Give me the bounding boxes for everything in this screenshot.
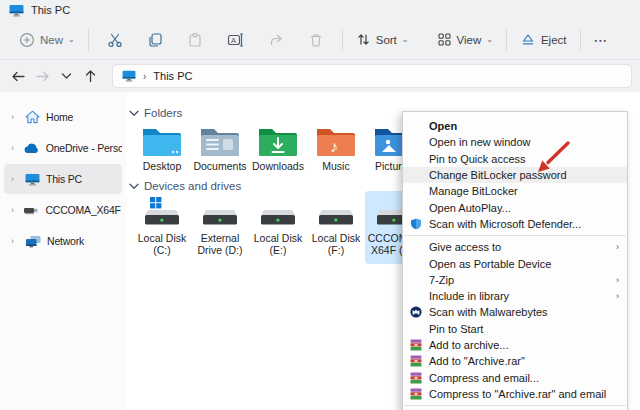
menu-separator — [404, 235, 626, 236]
menu-item-compress-to-archive-rar-and-email[interactable]: Compress to "Archive.rar" and email — [403, 386, 627, 402]
drive-tile-f[interactable]: Local Disk (F:) — [307, 191, 365, 264]
menu-item-label: Change BitLocker password — [429, 169, 619, 181]
chevron-down-icon — [61, 72, 72, 80]
menu-item-open-autoplay[interactable]: Open AutoPlay... — [403, 199, 627, 215]
drive-tile-d[interactable]: External Drive (D:) — [191, 191, 249, 264]
menu-item-label: Compress and email... — [429, 372, 619, 384]
view-grid-icon — [437, 32, 452, 47]
recent-locations-button[interactable] — [54, 64, 78, 88]
music-folder-icon: ♪ — [314, 125, 358, 158]
menu-item-include-in-library[interactable]: Include in library › — [403, 288, 627, 304]
arrow-right-icon — [35, 70, 50, 83]
sidebar-item-label: OneDrive - Personal — [46, 142, 122, 154]
tile-label: (E:) — [270, 245, 287, 257]
rename-icon: A — [227, 32, 244, 48]
new-button[interactable]: New ⌄ — [12, 26, 82, 54]
sidebar-item-usb-drive[interactable]: › CCCOMA_X64F (G:) — [4, 195, 122, 225]
sidebar-item-this-pc[interactable]: › This PC — [4, 164, 122, 194]
menu-item-add-to-archive[interactable]: Add to archive... — [403, 337, 627, 353]
folder-tile-desktop[interactable]: Desktop — [133, 125, 191, 173]
tile-label: Local Disk — [312, 233, 360, 245]
chevron-right-icon[interactable]: › — [11, 143, 18, 153]
folders-section-header[interactable]: Folders — [129, 107, 182, 119]
tile-label: Desktop — [143, 161, 182, 173]
sort-icon — [356, 32, 371, 47]
eject-icon — [520, 32, 536, 47]
address-bar: › This PC — [0, 60, 640, 92]
menu-item-pin-to-quick-access[interactable]: Pin to Quick access — [403, 151, 627, 167]
chevron-right-icon[interactable]: › — [11, 236, 19, 246]
paste-button[interactable] — [175, 26, 215, 54]
folder-tile-documents[interactable]: Documents — [191, 125, 249, 173]
folder-tile-downloads[interactable]: Downloads — [249, 125, 307, 173]
arrow-up-icon — [84, 69, 97, 83]
copy-icon — [147, 32, 163, 48]
menu-item-scan-with-malwarebytes[interactable]: Scan with Malwarebytes — [403, 304, 627, 320]
drive-icon — [200, 196, 240, 230]
sort-button[interactable]: Sort ⌄ — [349, 26, 416, 53]
sidebar-item-label: This PC — [46, 173, 82, 185]
menu-item-open[interactable]: Open — [403, 118, 627, 134]
chevron-right-icon[interactable]: › — [11, 205, 17, 215]
toolbar-divider — [88, 29, 89, 51]
menu-item-manage-bitlocker[interactable]: Manage BitLocker — [403, 183, 627, 199]
menu-item-label: Pin to Start — [429, 323, 619, 335]
submenu-arrow-icon: › — [616, 275, 619, 285]
back-button[interactable] — [6, 64, 30, 88]
menu-item-add-to-archive-rar[interactable]: Add to "Archive.rar" — [403, 353, 627, 369]
menu-item-change-bitlocker-password[interactable]: Change BitLocker password — [403, 167, 627, 183]
folder-tile-music[interactable]: ♪ Music — [307, 125, 365, 173]
this-pc-icon — [9, 4, 24, 17]
new-button-label: New — [40, 34, 63, 46]
breadcrumb-separator: › — [143, 71, 146, 82]
sidebar-item-onedrive[interactable]: › OneDrive - Personal — [4, 133, 122, 163]
documents-folder-icon — [198, 125, 242, 158]
menu-item-label: Open as Portable Device — [429, 258, 619, 270]
menu-item-label: Open — [429, 120, 619, 132]
delete-button[interactable] — [296, 26, 336, 54]
plus-circle-icon — [19, 32, 35, 48]
submenu-arrow-icon: › — [616, 291, 619, 301]
menu-item-scan-with-defender[interactable]: Scan with Microsoft Defender... — [403, 216, 627, 232]
menu-item-label: Include in library — [429, 290, 616, 302]
up-button[interactable] — [78, 64, 102, 88]
sidebar-item-home[interactable]: › Home — [4, 102, 122, 132]
explorer-tab[interactable]: This PC — [9, 4, 70, 17]
eject-button[interactable]: Eject — [513, 26, 574, 53]
menu-item-compress-and-email[interactable]: Compress and email... — [403, 369, 627, 385]
arrow-left-icon — [11, 70, 26, 83]
this-pc-icon — [122, 70, 136, 82]
chevron-right-icon[interactable]: › — [11, 112, 19, 122]
chevron-right-icon[interactable]: › — [11, 174, 19, 184]
rename-button[interactable]: A — [215, 26, 256, 54]
defender-shield-icon — [403, 218, 429, 230]
menu-item-open-in-new-window[interactable]: Open in new window — [403, 134, 627, 150]
menu-item-label: Open AutoPlay... — [429, 202, 619, 214]
chevron-down-icon — [129, 110, 139, 117]
chevron-down-icon: ⌄ — [486, 36, 493, 44]
menu-item-give-access-to[interactable]: Give access to › — [403, 239, 627, 255]
menu-item-pin-to-start[interactable]: Pin to Start — [403, 321, 627, 337]
winrar-icon — [403, 339, 429, 351]
view-button[interactable]: View ⌄ — [430, 26, 500, 53]
drive-tile-c[interactable]: Local Disk (C:) — [133, 191, 191, 264]
view-button-label: View — [457, 34, 482, 46]
copy-button[interactable] — [135, 26, 175, 54]
eject-button-label: Eject — [541, 34, 567, 46]
menu-item-label: Give access to — [429, 241, 616, 253]
tile-label: Local Disk — [138, 233, 186, 245]
toolbar-divider — [342, 29, 343, 51]
tile-label: Downloads — [252, 161, 304, 173]
svg-text:♪: ♪ — [330, 138, 338, 155]
share-button[interactable] — [256, 26, 296, 54]
drive-tile-e[interactable]: Local Disk (E:) — [249, 191, 307, 264]
breadcrumb[interactable]: › This PC — [112, 64, 632, 88]
cut-icon — [107, 32, 123, 48]
tile-label: External — [201, 233, 240, 245]
cut-button[interactable] — [95, 26, 135, 54]
menu-item-open-as-portable-device[interactable]: Open as Portable Device — [403, 255, 627, 271]
sidebar-item-network[interactable]: › Network — [4, 226, 122, 256]
menu-item-7zip[interactable]: 7-Zip › — [403, 272, 627, 288]
see-more-button[interactable]: ⋯ — [587, 26, 616, 54]
forward-button[interactable] — [30, 64, 54, 88]
